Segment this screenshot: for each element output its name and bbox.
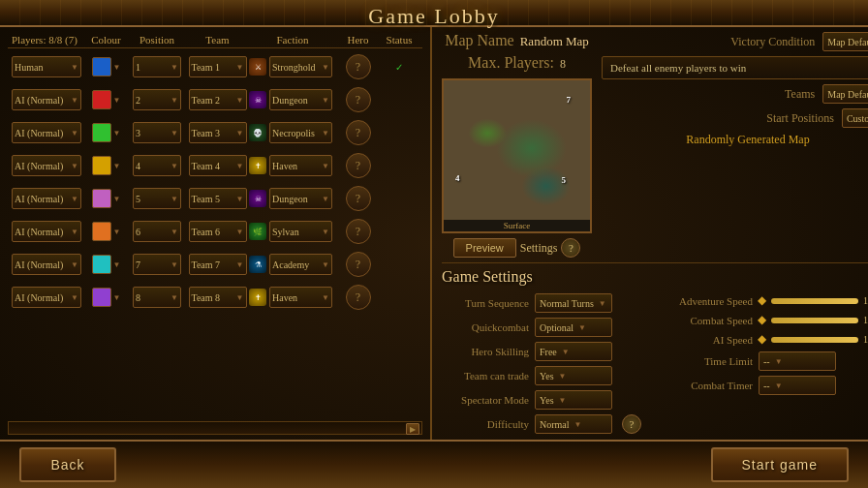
team-dropdown-0[interactable]: Team 1 ▼ bbox=[189, 56, 247, 77]
time-limit-row: Time Limit -- ▼ bbox=[656, 351, 868, 371]
difficulty-dropdown[interactable]: Normal ▼ bbox=[535, 414, 612, 434]
start-positions-dropdown[interactable]: Custom ▼ bbox=[842, 108, 868, 128]
colour-arrow-6[interactable]: ▼ bbox=[113, 260, 121, 269]
player-name-dropdown-6[interactable]: AI (Normal) ▼ bbox=[12, 254, 81, 275]
team-dropdown-3[interactable]: Team 4 ▼ bbox=[189, 155, 247, 176]
colour-box-0[interactable] bbox=[92, 57, 111, 76]
colour-arrow-7[interactable]: ▼ bbox=[113, 293, 121, 302]
faction-dropdown-4[interactable]: Dungeon ▼ bbox=[269, 188, 332, 209]
team-dropdown-4[interactable]: Team 5 ▼ bbox=[189, 188, 247, 209]
player-colour-6: ▼ bbox=[84, 255, 128, 274]
map-players-row: Max. Players: 8 bbox=[468, 54, 566, 72]
faction-dropdown-5[interactable]: Sylvan ▼ bbox=[269, 221, 332, 242]
colour-box-6[interactable] bbox=[92, 255, 111, 274]
random-map-link[interactable]: Randomly Generated Map bbox=[602, 133, 868, 147]
colour-box-7[interactable] bbox=[92, 288, 111, 307]
position-dropdown-7[interactable]: 8 ▼ bbox=[133, 287, 181, 308]
player-name-dropdown-0[interactable]: Human ▼ bbox=[12, 56, 81, 77]
colour-box-5[interactable] bbox=[92, 222, 111, 241]
player-name-dropdown-7[interactable]: AI (Normal) ▼ bbox=[12, 287, 81, 308]
colour-box-1[interactable] bbox=[92, 90, 111, 109]
colour-arrow-0[interactable]: ▼ bbox=[113, 63, 121, 72]
faction-dropdown-6[interactable]: Academy ▼ bbox=[269, 254, 332, 275]
right-panel: Map Name Random Map Max. Players: 8 7 4 … bbox=[432, 27, 868, 440]
colour-box-4[interactable] bbox=[92, 189, 111, 208]
hero-button-0[interactable]: ? bbox=[346, 54, 371, 79]
hero-button-6[interactable]: ? bbox=[346, 252, 371, 277]
preview-button[interactable]: Preview bbox=[453, 238, 516, 258]
hero-button-7[interactable]: ? bbox=[346, 285, 371, 310]
player-name-dropdown-1[interactable]: AI (Normal) ▼ bbox=[12, 89, 81, 110]
team-dropdown-1[interactable]: Team 2 ▼ bbox=[189, 89, 247, 110]
teams-label: Teams bbox=[785, 87, 815, 102]
map-name-row: Map Name Random Map bbox=[445, 32, 589, 49]
map-players-label: Max. Players: bbox=[468, 54, 554, 72]
start-positions-label: Start Positions bbox=[766, 111, 834, 126]
team-dropdown-7[interactable]: Team 8 ▼ bbox=[189, 287, 247, 308]
position-dropdown-5[interactable]: 6 ▼ bbox=[133, 221, 181, 242]
difficulty-help-icon[interactable]: ? bbox=[622, 414, 641, 434]
faction-dropdown-2[interactable]: Necropolis ▼ bbox=[269, 122, 332, 143]
hero-button-1[interactable]: ? bbox=[346, 87, 371, 112]
player-name-dropdown-3[interactable]: AI (Normal) ▼ bbox=[12, 155, 81, 176]
faction-icon-7: ✝ bbox=[249, 289, 266, 306]
player-colour-5: ▼ bbox=[84, 222, 128, 241]
position-dropdown-4[interactable]: 5 ▼ bbox=[133, 188, 181, 209]
player-team-4: Team 5 ▼ bbox=[186, 188, 249, 209]
player-name-dropdown-5[interactable]: AI (Normal) ▼ bbox=[12, 221, 81, 242]
player-hero-7: ? bbox=[336, 285, 380, 310]
back-button[interactable]: Back bbox=[19, 447, 116, 482]
player-row: Human ▼ ▼ 1 ▼ Team 1 ▼ ⚔ Stronghold bbox=[8, 51, 422, 82]
position-dropdown-6[interactable]: 7 ▼ bbox=[133, 254, 181, 275]
colour-box-3[interactable] bbox=[92, 156, 111, 175]
turn-sequence-dropdown[interactable]: Normal Turns ▼ bbox=[535, 293, 612, 313]
colour-arrow-1[interactable]: ▼ bbox=[113, 96, 121, 105]
header-players: Players: 8/8 (7) bbox=[12, 34, 84, 46]
player-faction-1: ☠ Dungeon ▼ bbox=[249, 89, 336, 110]
combat-timer-dropdown[interactable]: -- ▼ bbox=[759, 376, 836, 395]
spectator-dropdown[interactable]: Yes ▼ bbox=[535, 390, 612, 410]
hero-button-2[interactable]: ? bbox=[346, 120, 371, 145]
faction-dropdown-7[interactable]: Haven ▼ bbox=[269, 287, 332, 308]
team-dropdown-2[interactable]: Team 3 ▼ bbox=[189, 122, 247, 143]
player-name-6: AI (Normal) ▼ bbox=[12, 254, 84, 275]
map-bottom-controls: Preview Settings ? bbox=[453, 238, 581, 258]
colour-arrow-3[interactable]: ▼ bbox=[113, 162, 121, 170]
faction-dropdown-1[interactable]: Dungeon ▼ bbox=[269, 89, 332, 110]
time-limit-dropdown[interactable]: -- ▼ bbox=[759, 351, 836, 371]
position-dropdown-3[interactable]: 4 ▼ bbox=[133, 155, 181, 176]
start-game-button[interactable]: Start game bbox=[711, 447, 849, 482]
player-name-dropdown-2[interactable]: AI (Normal) ▼ bbox=[12, 122, 81, 143]
colour-box-2[interactable] bbox=[92, 123, 111, 142]
colour-arrow-4[interactable]: ▼ bbox=[113, 195, 121, 203]
position-dropdown-1[interactable]: 2 ▼ bbox=[133, 89, 181, 110]
victory-condition-dropdown[interactable]: Map Default ▼ bbox=[822, 32, 868, 51]
faction-dropdown-0[interactable]: Stronghold ▼ bbox=[269, 56, 332, 77]
combat-speed-slider[interactable] bbox=[771, 318, 858, 323]
teams-dropdown[interactable]: Map Default ▼ bbox=[822, 84, 868, 104]
scrollbar[interactable]: ▶ bbox=[8, 421, 422, 435]
position-dropdown-2[interactable]: 3 ▼ bbox=[133, 122, 181, 143]
map-thumbnail: 7 4 5 Surface bbox=[442, 78, 592, 233]
faction-icon-5: 🌿 bbox=[249, 223, 266, 240]
hero-button-4[interactable]: ? bbox=[346, 186, 371, 211]
team-trade-dropdown[interactable]: Yes ▼ bbox=[535, 366, 612, 385]
hero-button-3[interactable]: ? bbox=[346, 153, 371, 178]
ai-speed-slider[interactable] bbox=[771, 337, 858, 343]
player-name-dropdown-4[interactable]: AI (Normal) ▼ bbox=[12, 188, 81, 209]
player-team-5: Team 6 ▼ bbox=[186, 221, 249, 242]
settings-help-icon[interactable]: ? bbox=[561, 238, 580, 258]
player-hero-0: ? bbox=[336, 54, 380, 79]
adventure-speed-slider[interactable] bbox=[771, 298, 858, 304]
colour-arrow-2[interactable]: ▼ bbox=[113, 129, 121, 137]
scroll-thumb[interactable]: ▶ bbox=[406, 423, 419, 435]
team-dropdown-6[interactable]: Team 7 ▼ bbox=[189, 254, 247, 275]
position-dropdown-0[interactable]: 1 ▼ bbox=[133, 56, 181, 77]
quickcombat-dropdown[interactable]: Optional ▼ bbox=[535, 318, 612, 337]
map-surface-label: Surface bbox=[444, 220, 590, 231]
team-dropdown-5[interactable]: Team 6 ▼ bbox=[189, 221, 247, 242]
colour-arrow-5[interactable]: ▼ bbox=[113, 228, 121, 236]
hero-button-5[interactable]: ? bbox=[346, 219, 371, 244]
faction-dropdown-3[interactable]: Haven ▼ bbox=[269, 155, 332, 176]
hero-skilling-dropdown[interactable]: Free ▼ bbox=[535, 342, 612, 361]
